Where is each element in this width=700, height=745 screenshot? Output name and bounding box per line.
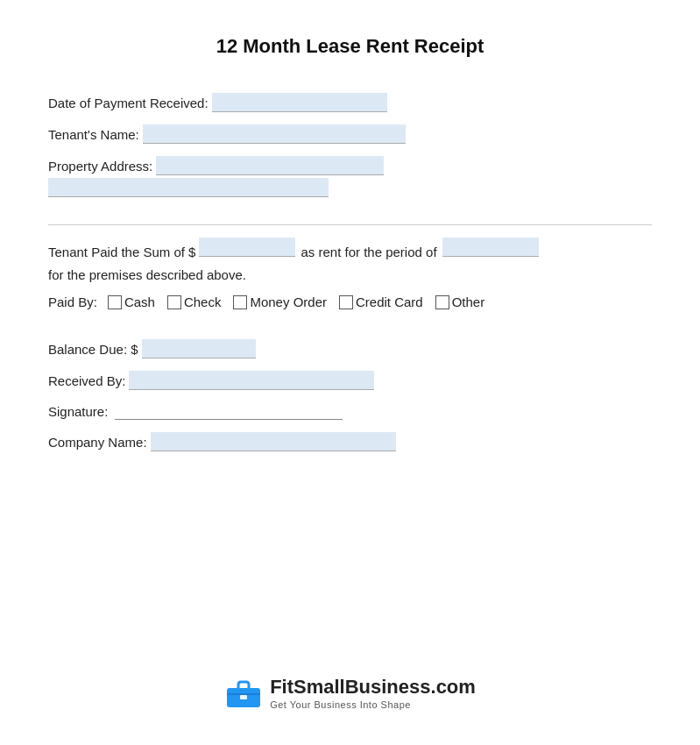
label-cash: Cash	[124, 294, 155, 309]
checkbox-group-credit-card: Credit Card	[339, 294, 423, 309]
sum-row: Tenant Paid the Sum of $ as rent for the…	[48, 238, 652, 286]
logo-row: FitSmallBusiness .com Get Your Business …	[224, 676, 476, 710]
tenant-label: Tenant's Name:	[48, 127, 139, 142]
label-credit-card: Credit Card	[356, 294, 423, 309]
checkbox-check[interactable]	[167, 295, 181, 309]
signature-row: Signature:	[48, 402, 652, 420]
company-row: Company Name:	[48, 432, 652, 451]
checkbox-other[interactable]	[435, 295, 449, 309]
received-input[interactable]	[129, 371, 374, 390]
date-input[interactable]	[212, 93, 387, 112]
property-first-line: Property Address:	[48, 156, 652, 175]
company-input[interactable]	[151, 432, 396, 451]
logo-area: FitSmallBusiness .com Get Your Business …	[48, 649, 652, 719]
tenant-input[interactable]	[143, 124, 406, 144]
date-row: Date of Payment Received:	[48, 93, 652, 112]
property-second-line	[48, 178, 652, 200]
checkbox-money-order[interactable]	[233, 295, 247, 309]
paid-by-label: Paid By:	[48, 294, 97, 309]
balance-row: Balance Due: $	[48, 339, 652, 358]
label-check: Check	[184, 294, 222, 309]
property-label: Property Address:	[48, 159, 152, 174]
paid-by-row: Paid By: Cash Check Money Order Credit C…	[48, 294, 652, 309]
checkbox-credit-card[interactable]	[339, 295, 353, 309]
page-container: 12 Month Lease Rent Receipt Date of Paym…	[0, 0, 700, 745]
property-input-1[interactable]	[156, 156, 384, 175]
label-other: Other	[452, 294, 485, 309]
property-input-2[interactable]	[48, 178, 329, 197]
sum-amount-input[interactable]	[199, 238, 295, 257]
logo-icon	[224, 677, 263, 710]
balance-label: Balance Due: $	[48, 342, 138, 357]
date-label: Date of Payment Received:	[48, 96, 209, 110]
sum-period-input[interactable]	[442, 238, 539, 257]
divider-1	[48, 224, 652, 225]
sum-label-pre: Tenant Paid the Sum of $	[48, 241, 195, 264]
logo-tagline: Get Your Business Into Shape	[270, 699, 476, 710]
received-row: Received By:	[48, 371, 652, 390]
checkbox-group-check: Check	[167, 294, 222, 309]
property-row: Property Address:	[48, 156, 652, 200]
signature-line[interactable]	[115, 402, 343, 420]
checkbox-group-other: Other	[435, 294, 485, 309]
briefcase-icon	[224, 677, 263, 710]
received-label: Received By:	[48, 373, 125, 388]
sum-label-post: for the premises described above.	[48, 264, 246, 287]
logo-text-block: FitSmallBusiness .com Get Your Business …	[270, 676, 476, 710]
svg-rect-1	[240, 695, 247, 699]
checkbox-group-money-order: Money Order	[233, 294, 327, 309]
logo-name-row: FitSmallBusiness .com	[270, 676, 476, 699]
tenant-row: Tenant's Name:	[48, 124, 652, 144]
logo-com-text: .com	[431, 676, 476, 699]
checkbox-cash[interactable]	[108, 295, 122, 309]
sum-label-mid: as rent for the period of	[301, 241, 436, 264]
balance-input[interactable]	[142, 339, 256, 358]
label-money-order: Money Order	[250, 294, 327, 309]
company-label: Company Name:	[48, 435, 147, 450]
page-title: 12 Month Lease Rent Receipt	[48, 35, 652, 58]
logo-main-text: FitSmallBusiness	[270, 676, 430, 699]
signature-label: Signature:	[48, 404, 108, 419]
checkbox-group-cash: Cash	[108, 294, 155, 309]
